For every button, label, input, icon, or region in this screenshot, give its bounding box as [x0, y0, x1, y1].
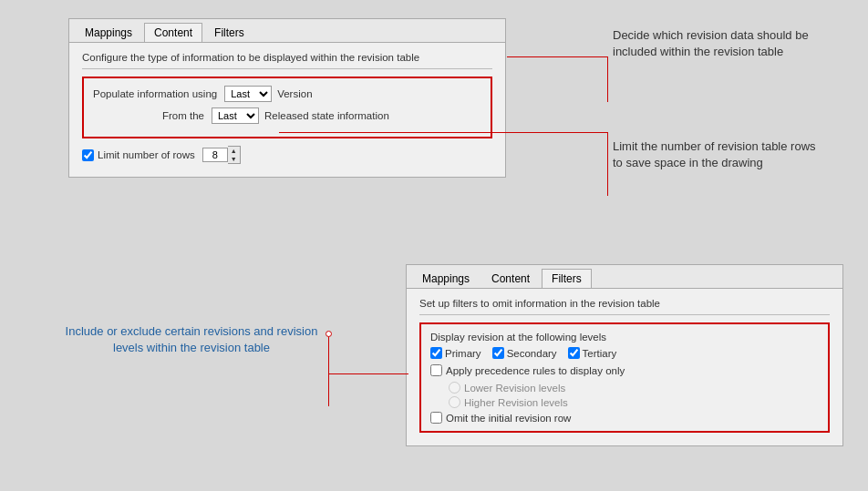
limit-number-wrap: ▲ ▼: [202, 146, 241, 164]
secondary-checkbox[interactable]: [492, 347, 504, 359]
annotation-text-bottom: Include or exclude certain revisions and…: [55, 323, 328, 356]
primary-checkbox[interactable]: [430, 347, 442, 359]
precedence-label: Apply precedence rules to display only: [446, 365, 625, 376]
tertiary-label: Tertiary: [583, 348, 617, 359]
tab-content-bottom[interactable]: Content: [481, 269, 540, 288]
tertiary-checkbox[interactable]: [568, 347, 580, 359]
annotation-line-4: [607, 132, 608, 196]
radio-lower: [449, 382, 460, 394]
populate-row: Populate information using Last Version: [93, 86, 481, 102]
bottom-tabs: Mappings Content Filters: [407, 265, 842, 289]
spinner-up[interactable]: ▲: [228, 147, 240, 155]
radio-higher: [449, 396, 460, 408]
from-select[interactable]: Last: [212, 107, 259, 124]
from-text: Released state information: [264, 110, 389, 121]
radio-group: Lower Revision levels Higher Revision le…: [449, 382, 819, 408]
primary-checkbox-wrap[interactable]: Primary: [430, 347, 481, 359]
tab-mappings-top[interactable]: Mappings: [75, 23, 142, 42]
secondary-checkbox-wrap[interactable]: Secondary: [492, 347, 557, 359]
tab-filters-top[interactable]: Filters: [204, 23, 254, 42]
from-label: From the: [93, 110, 212, 121]
precedence-row: Apply precedence rules to display only: [430, 364, 819, 376]
filters-description: Set up filters to omit information in th…: [419, 298, 830, 315]
annotation-line-1: [507, 56, 607, 57]
annotation-line-2: [607, 56, 608, 102]
top-panel: Mappings Content Filters Configure the t…: [68, 18, 506, 178]
annotation-line-bottom-v: [328, 333, 329, 406]
top-tabs: Mappings Content Filters: [69, 19, 505, 43]
bottom-panel-content: Set up filters to omit information in th…: [407, 289, 842, 445]
populate-select[interactable]: Last: [224, 86, 272, 102]
annotation-text-top1: Decide which revision data should be inc…: [613, 27, 822, 60]
tertiary-checkbox-wrap[interactable]: Tertiary: [568, 347, 617, 359]
tab-mappings-bottom[interactable]: Mappings: [412, 269, 480, 288]
limit-rows-label: Limit number of rows: [98, 149, 195, 160]
populate-label: Populate information using: [93, 88, 224, 99]
top-panel-content: Configure the type of information to be …: [69, 43, 505, 177]
annotation-text-top2: Limit the number of revision table rows …: [613, 138, 822, 171]
radio-lower-item: Lower Revision levels: [449, 382, 819, 394]
populate-text: Version: [277, 88, 312, 99]
levels-checkboxes: Primary Secondary Tertiary: [430, 347, 819, 359]
bottom-panel: Mappings Content Filters Set up filters …: [406, 264, 843, 446]
filters-red-box: Display revision at the following levels…: [419, 322, 830, 433]
primary-label: Primary: [445, 348, 481, 359]
radio-higher-label: Higher Revision levels: [464, 397, 568, 408]
tab-filters-bottom[interactable]: Filters: [542, 269, 592, 288]
annotation-line-3: [279, 132, 607, 133]
from-row: From the Last Released state information: [93, 107, 481, 124]
annotation-dot: [326, 331, 332, 337]
tab-content-top[interactable]: Content: [144, 23, 202, 42]
limit-number-input[interactable]: [202, 148, 228, 162]
annotation-line-bottom-h: [328, 373, 408, 374]
spinner-down[interactable]: ▼: [228, 155, 240, 163]
precedence-checkbox[interactable]: [430, 364, 442, 376]
limit-rows-row: Limit number of rows ▲ ▼: [82, 146, 492, 164]
radio-higher-item: Higher Revision levels: [449, 396, 819, 408]
omit-row: Omit the initial revision row: [430, 412, 819, 424]
omit-label: Omit the initial revision row: [446, 413, 571, 424]
secondary-label: Secondary: [507, 348, 557, 359]
top-panel-description: Configure the type of information to be …: [82, 52, 492, 69]
radio-lower-label: Lower Revision levels: [464, 383, 565, 394]
display-levels-label: Display revision at the following levels: [430, 332, 819, 343]
omit-checkbox[interactable]: [430, 412, 442, 424]
limit-rows-checkbox[interactable]: [82, 149, 94, 161]
top-red-box: Populate information using Last Version …: [82, 77, 492, 138]
spinner-buttons: ▲ ▼: [228, 146, 241, 164]
